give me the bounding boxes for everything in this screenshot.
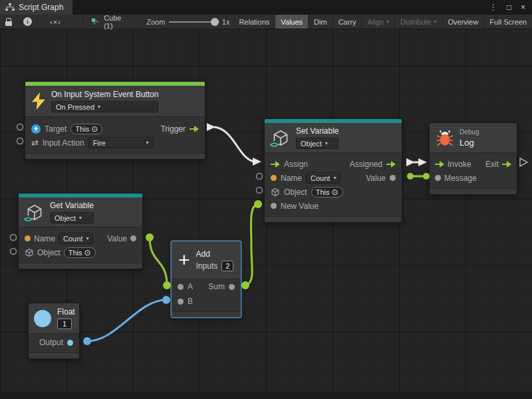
exit-output-port[interactable] xyxy=(502,161,511,168)
sum-wire-endpoint[interactable] xyxy=(241,281,249,289)
carry-button[interactable]: Carry xyxy=(332,15,362,29)
lightning-bolt-icon xyxy=(32,92,45,110)
new-value-input-port[interactable] xyxy=(271,203,277,209)
a-wire-endpoint[interactable] xyxy=(163,281,171,289)
event-mode-value: On Pressed xyxy=(56,103,94,111)
plus-icon: + xyxy=(178,251,190,269)
message-row: Message xyxy=(430,171,517,185)
input-action-dropdown[interactable]: Fire▾ xyxy=(88,137,154,148)
assign-row: Assign Assigned xyxy=(265,157,402,171)
variable-kind-value: Object xyxy=(55,214,76,222)
variable-name-dropdown[interactable]: Count▾ xyxy=(59,233,93,244)
value-output-port[interactable] xyxy=(130,235,136,241)
node-footer xyxy=(19,263,142,269)
float-wire-endpoint[interactable] xyxy=(83,337,91,345)
graph-owner-label: Cube (1) xyxy=(104,14,129,30)
toolbar-button-group: Relations Values Dim Carry Align▾ Distri… xyxy=(233,15,532,29)
trigger-output-port[interactable] xyxy=(190,126,199,132)
zoom-slider[interactable] xyxy=(169,15,219,29)
object-label: Object xyxy=(284,188,307,197)
value-label: Value xyxy=(366,174,386,183)
message-wire-endpoint[interactable] xyxy=(423,173,430,180)
event-mode-dropdown[interactable]: On Pressed▾ xyxy=(51,101,158,112)
close-icon[interactable]: × xyxy=(521,3,525,12)
overview-button[interactable]: Overview xyxy=(442,15,484,29)
kebab-menu-icon[interactable]: ⋮ xyxy=(489,3,497,12)
target-label: Target xyxy=(45,124,66,134)
input-action-label: Input Action xyxy=(43,138,84,148)
graph-owner[interactable]: Cube (1) xyxy=(82,15,137,29)
object-chip[interactable]: This⊙ xyxy=(64,247,96,258)
sum-label: Sum xyxy=(208,282,225,291)
inputs-count-field[interactable]: 2 xyxy=(221,261,233,271)
graph-owner-icon xyxy=(91,17,100,26)
zoom-label: Zoom xyxy=(137,15,169,29)
align-button[interactable]: Align▾ xyxy=(362,15,394,29)
output-port[interactable] xyxy=(67,340,73,346)
dim-button[interactable]: Dim xyxy=(308,15,332,29)
target-object-chip[interactable]: This⊙ xyxy=(70,124,102,134)
maximize-icon[interactable]: □ xyxy=(507,3,511,12)
info-icon: i xyxy=(23,17,32,26)
variable-name-dropdown[interactable]: Count▾ xyxy=(306,172,340,184)
zoom-slider-handle[interactable] xyxy=(211,18,219,26)
assigned-output-port[interactable] xyxy=(386,161,396,168)
node-debug-log[interactable]: Debug Log Invoke Exit Message xyxy=(429,122,517,195)
fullscreen-button[interactable]: Full Screen xyxy=(483,15,532,29)
target-picker-icon: ⊙ xyxy=(84,249,90,257)
target-value: This xyxy=(75,125,89,133)
assign-input-port[interactable] xyxy=(271,161,280,168)
b-wire-endpoint[interactable] xyxy=(162,296,170,304)
tab-bar: Script Graph ⋮ □ × xyxy=(0,0,532,15)
variable-kind-dropdown[interactable]: Object▾ xyxy=(50,212,94,223)
b-label: B xyxy=(188,297,193,306)
graph-hierarchy-icon xyxy=(5,3,15,11)
message-input-port[interactable] xyxy=(435,175,441,181)
newvalue-wire-endpoint[interactable] xyxy=(254,200,262,208)
float-value-field[interactable]: 1 xyxy=(57,319,72,329)
zoom-fit-button[interactable]: ‹×› xyxy=(37,15,73,29)
invoke-input-port[interactable] xyxy=(435,161,444,168)
value-wire-endpoint[interactable] xyxy=(407,173,414,180)
object-value: This xyxy=(316,188,330,196)
cube-icon xyxy=(25,248,34,257)
chevron-down-icon: ▾ xyxy=(434,19,437,25)
variable-kind-dropdown[interactable]: Object▾ xyxy=(296,138,338,149)
node-get-variable[interactable]: <> Get Variable Object▾ Name Count▾ Valu… xyxy=(18,193,143,269)
target-picker-icon: ⊙ xyxy=(91,125,98,133)
trigger-label: Trigger xyxy=(160,124,186,134)
b-input-port[interactable] xyxy=(178,299,184,305)
object-row: Object This⊙ xyxy=(265,185,402,199)
input-action-icon: ⇄ xyxy=(31,138,39,148)
values-button[interactable]: Values xyxy=(275,15,308,29)
value-output-port[interactable] xyxy=(390,175,396,181)
node-set-variable[interactable]: <> Set Variable Object▾ Assign Assigned … xyxy=(264,118,402,223)
chevron-down-icon: ▾ xyxy=(386,19,389,25)
a-input-port[interactable] xyxy=(178,284,184,290)
node-title: Log xyxy=(460,138,479,148)
name-input-port[interactable] xyxy=(271,175,277,181)
cube-icon xyxy=(271,188,280,197)
getvalue-wire-endpoint[interactable] xyxy=(146,233,154,241)
node-add[interactable]: + Add Inputs 2 A Sum B xyxy=(171,241,241,318)
tab-script-graph[interactable]: Script Graph xyxy=(0,0,72,15)
value-label: Value xyxy=(107,234,127,243)
zoom-fit-icon: ‹×› xyxy=(50,18,61,26)
assigned-label: Assigned xyxy=(350,160,382,169)
node-float[interactable]: Float 1 Output xyxy=(28,303,80,359)
info-button[interactable]: i xyxy=(17,15,37,29)
object-label: Object xyxy=(37,248,61,257)
a-label: A xyxy=(188,282,193,291)
sum-output-port[interactable] xyxy=(229,284,235,290)
b-row: B xyxy=(172,294,241,309)
node-on-input-system-event-button[interactable]: On Input System Event Button On Pressed▾… xyxy=(25,81,205,160)
relations-button[interactable]: Relations xyxy=(233,15,275,29)
code-tag-icon: <> xyxy=(269,141,279,149)
node-category: Debug xyxy=(460,128,479,136)
lock-button[interactable] xyxy=(0,15,17,29)
chevron-down-icon: ▾ xyxy=(86,235,88,241)
float-literal-icon xyxy=(34,310,51,327)
object-chip[interactable]: This⊙ xyxy=(311,187,343,198)
distribute-button[interactable]: Distribute▾ xyxy=(394,15,442,29)
name-input-port[interactable] xyxy=(25,235,31,241)
